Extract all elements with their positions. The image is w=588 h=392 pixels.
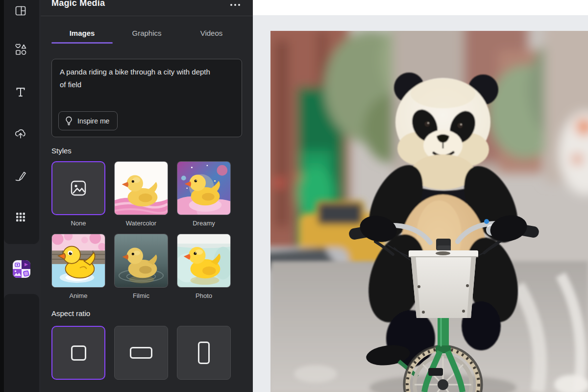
inspire-me-button[interactable]: Inspire me <box>58 111 118 130</box>
prompt-text: A panda riding a bike through a city wit… <box>60 66 217 92</box>
sidebar-item-apps[interactable] <box>10 206 31 228</box>
rail-apps-container <box>4 294 39 392</box>
landscape-ratio-icon <box>130 347 152 359</box>
design-icon <box>14 4 27 17</box>
sidebar-item-uploads[interactable] <box>10 123 31 145</box>
media-type-tabs: Images Graphics Videos <box>41 22 253 44</box>
sidebar-item-draw[interactable] <box>10 165 31 187</box>
aspect-option-landscape[interactable] <box>114 326 168 380</box>
anime-duck-thumbnail <box>52 234 105 287</box>
sidebar-item-magic-media[interactable] <box>4 248 39 290</box>
style-label: Dreamy <box>193 220 215 227</box>
style-option-none[interactable] <box>51 161 105 215</box>
ellipsis-icon <box>230 4 232 6</box>
panel-title: Magic Media <box>51 0 105 8</box>
style-label: Anime <box>70 292 88 299</box>
style-option-filmic[interactable] <box>114 234 168 288</box>
aspect-option-square[interactable] <box>51 326 105 380</box>
tab-graphics[interactable]: Graphics <box>116 22 177 44</box>
style-option-dreamy[interactable] <box>177 161 231 215</box>
styles-grid: None <box>51 161 242 306</box>
generated-panda-image[interactable] <box>270 31 588 392</box>
inspire-me-label: Inspire me <box>77 117 109 125</box>
draw-icon <box>14 170 27 182</box>
canvas-toolbar-area <box>253 0 588 15</box>
aspect-option-portrait[interactable] <box>177 326 231 380</box>
canva-editor: Magic Media Images Graphics Videos A pan… <box>0 0 588 392</box>
styles-heading: Styles <box>51 147 242 156</box>
lightbulb-icon <box>65 116 73 125</box>
elements-icon <box>14 43 27 56</box>
prompt-input[interactable]: A panda riding a bike through a city wit… <box>51 59 242 137</box>
watercolor-duck-thumbnail <box>115 162 168 215</box>
apps-icon <box>14 211 27 223</box>
photo-duck-thumbnail <box>177 234 230 287</box>
design-canvas <box>253 0 588 392</box>
aspect-ratio-heading: Aspect ratio <box>51 309 242 319</box>
panel-header: Magic Media <box>41 0 253 16</box>
filmic-duck-thumbnail <box>115 234 168 287</box>
style-label: Watercolor <box>126 220 156 227</box>
square-ratio-icon <box>71 345 86 361</box>
dreamy-duck-thumbnail <box>177 162 230 215</box>
image-placeholder-icon <box>70 179 87 197</box>
window-edge <box>0 0 4 392</box>
uploads-icon <box>14 127 27 140</box>
sidebar-item-design[interactable] <box>10 0 31 22</box>
text-icon <box>14 86 27 98</box>
style-option-anime[interactable] <box>51 234 105 288</box>
style-option-watercolor[interactable] <box>114 161 168 215</box>
style-label: Photo <box>196 292 212 299</box>
sidebar-rail <box>0 0 41 392</box>
tab-images[interactable]: Images <box>51 22 113 44</box>
style-label: Filmic <box>133 292 149 299</box>
sidebar-item-text[interactable] <box>10 81 31 103</box>
more-options-button[interactable] <box>228 2 242 8</box>
sidebar-item-elements[interactable] <box>10 39 31 60</box>
bike-basket <box>409 245 478 318</box>
style-option-photo[interactable] <box>177 234 231 288</box>
tab-videos[interactable]: Videos <box>181 22 242 44</box>
style-label: None <box>71 220 86 227</box>
magic-media-icon <box>12 260 31 278</box>
portrait-ratio-icon <box>198 342 210 364</box>
magic-media-panel: Magic Media Images Graphics Videos A pan… <box>41 0 253 392</box>
aspect-ratio-options <box>51 326 242 380</box>
